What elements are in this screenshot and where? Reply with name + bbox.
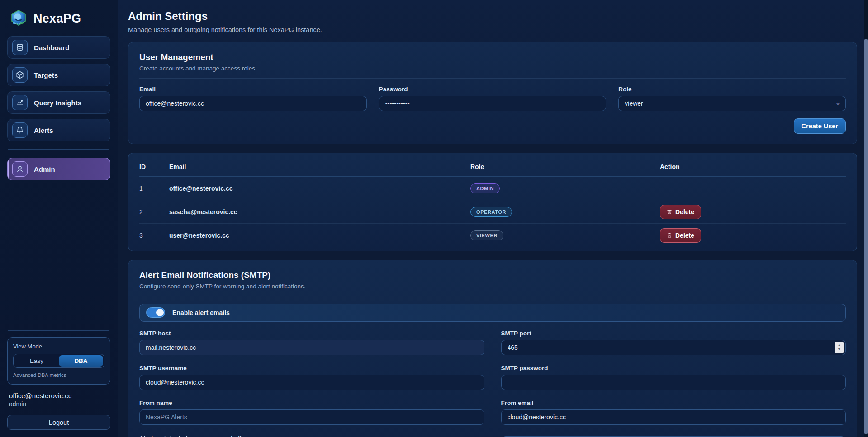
user-icon: [12, 161, 28, 177]
sidebar-divider: [8, 149, 109, 150]
trash-icon: [667, 209, 672, 215]
sidebar-item-alerts[interactable]: Alerts: [7, 119, 110, 141]
current-user-role: admin: [7, 399, 110, 415]
role-label: Role: [618, 86, 846, 93]
sidebar-item-label: Dashboard: [34, 44, 69, 52]
enable-alert-emails-label: Enable alert emails: [172, 309, 230, 316]
delete-user-button[interactable]: Delete: [660, 228, 701, 243]
from-name-input[interactable]: [139, 409, 484, 425]
number-stepper-icon[interactable]: ▲▼: [835, 342, 844, 353]
users-table: ID Email Role Action 1office@nesterovic.…: [139, 156, 846, 247]
trash-icon: [667, 232, 672, 238]
view-mode-dba-button[interactable]: DBA: [59, 355, 103, 367]
cube-icon: [12, 67, 28, 83]
create-user-button[interactable]: Create User: [794, 118, 846, 134]
sidebar-item-query-insights[interactable]: Query Insights: [7, 91, 110, 114]
svg-text:Nexa: Nexa: [13, 22, 20, 25]
app-name: NexaPG: [33, 12, 81, 26]
view-mode-caption: Advanced DBA metrics: [13, 372, 104, 378]
smtp-host-label: SMTP host: [139, 330, 484, 337]
user-email-cell: user@nesterovic.cc: [169, 224, 470, 247]
enable-alert-emails-row: Enable alert emails: [139, 304, 846, 322]
smtp-card: Alert Email Notifications (SMTP) Configu…: [128, 260, 857, 437]
smtp-username-input[interactable]: [139, 375, 484, 390]
new-user-password-input[interactable]: [379, 96, 607, 111]
sidebar-item-targets[interactable]: Targets: [7, 64, 110, 86]
enable-alert-emails-toggle[interactable]: [146, 307, 165, 318]
smtp-title: Alert Email Notifications (SMTP): [139, 270, 846, 280]
role-badge: ADMIN: [470, 183, 500, 193]
user-action-cell: [660, 177, 846, 200]
database-icon: [12, 40, 28, 55]
column-header-id: ID: [139, 156, 169, 177]
column-header-action: Action: [660, 156, 846, 177]
from-email-input[interactable]: [501, 409, 846, 425]
column-header-role: Role: [470, 156, 660, 177]
user-management-card: User Management Create accounts and mana…: [128, 42, 857, 144]
sidebar: Nexa PG NexaPG Dashboard Targets Query I…: [0, 0, 118, 437]
smtp-username-label: SMTP username: [139, 365, 484, 371]
table-row: 3user@nesterovic.ccVIEWERDelete: [139, 224, 846, 247]
column-header-email: Email: [169, 156, 470, 177]
nexapg-logo-icon: Nexa PG: [9, 9, 28, 28]
divider: [139, 78, 846, 79]
sidebar-item-admin[interactable]: Admin: [7, 158, 110, 180]
bell-icon: [12, 122, 28, 138]
logout-button[interactable]: Logout: [7, 415, 110, 430]
sidebar-item-label: Query Insights: [34, 99, 81, 107]
app-logo: Nexa PG NexaPG: [7, 7, 110, 36]
table-row: 2sascha@nesterovic.ccOPERATORDelete: [139, 200, 846, 224]
password-label: Password: [379, 86, 607, 93]
smtp-subtitle: Configure send-only SMTP for warning and…: [139, 283, 846, 290]
user-action-cell: Delete: [660, 200, 846, 224]
role-badge: OPERATOR: [470, 207, 512, 217]
delete-user-button[interactable]: Delete: [660, 205, 701, 219]
sidebar-item-label: Admin: [34, 165, 55, 173]
smtp-host-input[interactable]: [139, 340, 484, 355]
user-email-cell: office@nesterovic.cc: [169, 177, 470, 200]
sidebar-bottom-divider: [8, 330, 109, 331]
smtp-password-input[interactable]: [501, 375, 846, 390]
current-user-email: office@nesterovic.cc: [7, 392, 110, 399]
smtp-port-label: SMTP port: [501, 330, 846, 337]
user-id-cell: 3: [139, 224, 169, 247]
view-mode-easy-button[interactable]: Easy: [14, 355, 59, 367]
smtp-password-label: SMTP password: [501, 365, 846, 371]
from-email-label: From email: [501, 399, 846, 406]
view-mode-panel: View Mode Easy DBA Advanced DBA metrics: [7, 337, 110, 385]
chart-line-icon: [12, 95, 28, 110]
main-content: Admin Settings Manage users and outgoing…: [118, 0, 868, 437]
users-table-card: ID Email Role Action 1office@nesterovic.…: [128, 153, 857, 251]
delete-label: Delete: [675, 232, 694, 239]
users-table-body: 1office@nesterovic.ccADMIN2sascha@nester…: [139, 177, 846, 247]
user-id-cell: 1: [139, 177, 169, 200]
user-id-cell: 2: [139, 200, 169, 224]
sidebar-item-label: Targets: [34, 71, 58, 79]
scrollbar[interactable]: [864, 0, 868, 437]
divider: [139, 296, 846, 296]
role-select[interactable]: viewer: [618, 96, 846, 111]
new-user-email-input[interactable]: [139, 96, 367, 111]
user-action-cell: Delete: [660, 224, 846, 247]
scrollbar-thumb[interactable]: [864, 39, 868, 434]
table-row: 1office@nesterovic.ccADMIN: [139, 177, 846, 200]
role-badge: VIEWER: [470, 230, 503, 240]
user-management-title: User Management: [139, 52, 846, 62]
page-title: Admin Settings: [128, 10, 857, 23]
user-email-cell: sascha@nesterovic.cc: [169, 200, 470, 224]
alert-recipients-label: Alert recipients (comma-separated): [139, 434, 484, 437]
user-management-subtitle: Create accounts and manage access roles.: [139, 65, 846, 72]
sidebar-item-dashboard[interactable]: Dashboard: [7, 36, 110, 59]
delete-label: Delete: [675, 208, 694, 216]
email-label: Email: [139, 86, 367, 93]
sidebar-item-label: Alerts: [34, 127, 53, 134]
svg-text:PG: PG: [20, 22, 24, 25]
view-mode-label: View Mode: [13, 343, 104, 350]
page-subtitle: Manage users and outgoing notifications …: [128, 26, 857, 33]
from-name-label: From name: [139, 399, 484, 406]
view-mode-toggle: Easy DBA: [13, 354, 104, 368]
smtp-port-input[interactable]: [501, 340, 846, 355]
